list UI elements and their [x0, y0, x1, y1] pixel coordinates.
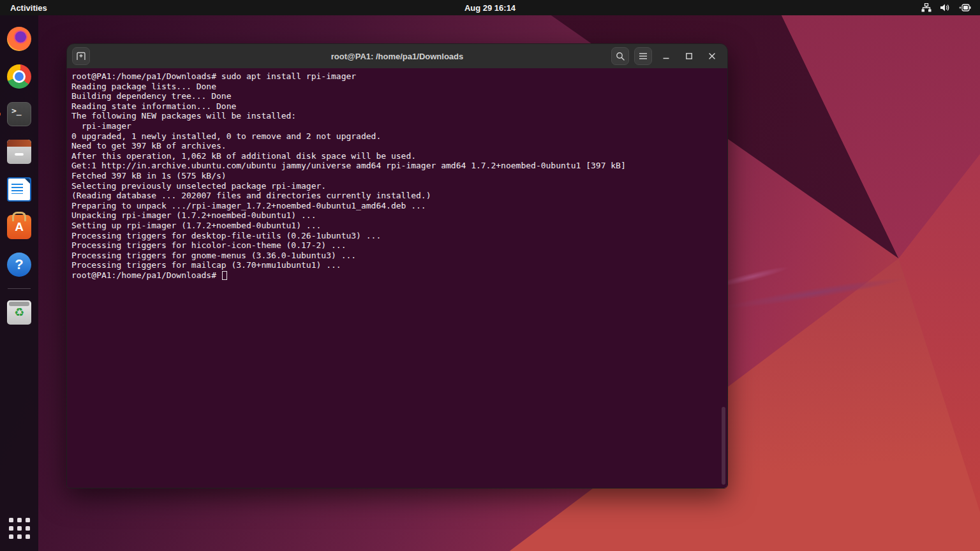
terminal-line: Processing triggers for desktop-file-uti…	[71, 231, 727, 241]
terminal-line: Preparing to unpack .../rpi-imager_1.7.2…	[71, 201, 727, 211]
terminal-line: Selecting previously unselected package …	[71, 181, 727, 191]
activities-button[interactable]: Activities	[10, 3, 47, 13]
terminal-line: The following NEW packages will be insta…	[71, 111, 727, 121]
terminal-content[interactable]: root@PA1:/home/pa1/Downloads# sudo apt i…	[67, 68, 727, 489]
terminal-line: (Reading database ... 202007 files and d…	[71, 191, 727, 201]
terminal-prompt-line: root@PA1:/home/pa1/Downloads#	[71, 270, 727, 281]
network-icon	[921, 3, 932, 12]
terminal-line: Setting up rpi-imager (1.7.2+noembed-0ub…	[71, 221, 727, 231]
terminal-window: root@PA1: /home/pa1/Downloads	[66, 43, 728, 489]
dock-item-libreoffice-writer[interactable]	[4, 174, 34, 205]
terminal-line: Reading state information... Done	[71, 101, 727, 112]
maximize-icon	[685, 52, 693, 60]
ubuntu-software-icon: A	[7, 215, 31, 239]
dock-item-firefox[interactable]	[4, 24, 34, 54]
terminal-line: Reading package lists... Done	[71, 82, 727, 92]
terminal-line: root@PA1:/home/pa1/Downloads# sudo apt i…	[71, 71, 727, 82]
new-tab-icon	[76, 52, 86, 61]
dock-item-ubuntu-software[interactable]: A	[4, 212, 34, 242]
terminal-line: Processing triggers for mailcap (3.70+nm…	[71, 260, 727, 270]
firefox-icon	[7, 27, 31, 51]
system-status-tray[interactable]	[921, 3, 971, 12]
window-titlebar[interactable]: root@PA1: /home/pa1/Downloads	[67, 44, 727, 68]
libreoffice-writer-icon	[7, 177, 31, 202]
volume-icon	[940, 3, 950, 12]
terminal-line: Processing triggers for gnome-menus (3.3…	[71, 251, 727, 261]
terminal-line: Need to get 397 kB of archives.	[71, 141, 727, 151]
terminal-line: rpi-imager	[71, 121, 727, 131]
minimize-button[interactable]	[657, 47, 675, 65]
terminal-line: Get:1 http://in.archive.ubuntu.com/ubunt…	[71, 161, 727, 171]
search-button[interactable]	[611, 47, 629, 65]
search-icon	[616, 52, 625, 61]
terminal-line: Building dependency tree... Done	[71, 91, 727, 101]
dock-item-chrome[interactable]	[4, 61, 34, 92]
dock-separator	[8, 288, 31, 289]
close-button[interactable]	[703, 47, 721, 65]
menu-button[interactable]	[634, 47, 652, 65]
files-icon	[7, 140, 31, 164]
trash-icon: ♻	[7, 300, 31, 325]
hamburger-menu-icon	[639, 52, 648, 60]
terminal-line: Processing triggers for hicolor-icon-the…	[71, 240, 727, 251]
terminal-line: 0 upgraded, 1 newly installed, 0 to remo…	[71, 131, 727, 142]
close-icon	[708, 52, 716, 60]
running-indicator-dot	[0, 112, 1, 117]
terminal-scrollbar-thumb[interactable]	[722, 407, 725, 485]
chrome-icon	[7, 64, 31, 89]
terminal-cursor	[222, 271, 227, 280]
show-applications-button[interactable]	[4, 513, 34, 543]
minimize-icon	[662, 52, 670, 60]
dock-item-terminal[interactable]: >_	[4, 99, 34, 129]
dock-item-help[interactable]: ?	[4, 249, 34, 280]
terminal-line: Unpacking rpi-imager (1.7.2+noembed-0ubu…	[71, 210, 727, 221]
dock-item-files[interactable]	[4, 136, 34, 167]
help-icon: ?	[7, 253, 31, 277]
terminal-line: After this operation, 1,062 kB of additi…	[71, 151, 727, 161]
dock: >_ A ? ♻	[0, 15, 38, 551]
window-title: root@PA1: /home/pa1/Downloads	[331, 52, 463, 61]
maximize-button[interactable]	[680, 47, 698, 65]
terminal-prompt: root@PA1:/home/pa1/Downloads#	[71, 270, 221, 281]
terminal-line: Fetched 397 kB in 1s (575 kB/s)	[71, 171, 727, 181]
battery-icon	[958, 3, 971, 12]
terminal-output: root@PA1:/home/pa1/Downloads# sudo apt i…	[71, 71, 727, 270]
dock-item-trash[interactable]: ♻	[4, 297, 34, 328]
terminal-icon: >_	[7, 102, 31, 126]
top-bar: Activities Aug 29 16:14	[0, 0, 980, 15]
app-grid-icon	[9, 518, 30, 539]
new-tab-button[interactable]	[72, 47, 90, 65]
clock[interactable]: Aug 29 16:14	[464, 3, 516, 13]
